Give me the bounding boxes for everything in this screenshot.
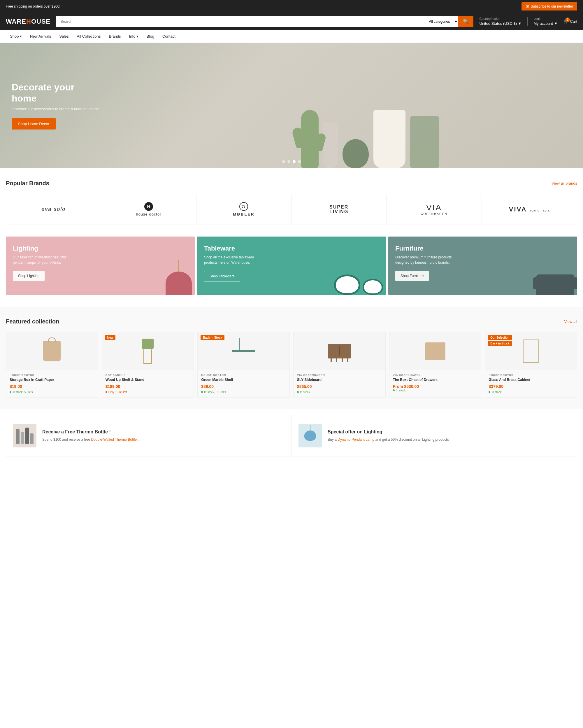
hero-dot-2[interactable]	[287, 160, 290, 163]
lighting-title: Lighting	[13, 245, 188, 252]
search-input[interactable]	[56, 16, 424, 27]
country-select[interactable]: United States (USD $) ▼	[479, 21, 522, 26]
hero-dot-1[interactable]	[282, 160, 285, 163]
product-stock-2: Only 1 unit left	[106, 391, 190, 394]
hero-dot-3[interactable]	[293, 160, 296, 163]
product-card-4[interactable]: VIA COPENHAGEN SLY Sideboard $865.00 In …	[293, 332, 386, 397]
search-category-select[interactable]: All categories	[424, 16, 458, 27]
lighting-cta-button[interactable]: Shop Lighting	[13, 271, 45, 281]
featured-title: Featured collection	[6, 318, 59, 325]
featured-section: Featured collection View all HOUSE DOCTO…	[0, 307, 583, 409]
product-visual-plant	[142, 339, 154, 364]
product-visual-sideboard	[328, 344, 351, 359]
nav-item-contact[interactable]: Contact	[158, 30, 179, 43]
view-all-brands[interactable]: View all brands	[552, 181, 577, 185]
product-card-1[interactable]: HOUSE DOCTOR Storage Box in Craft Paper …	[6, 332, 98, 397]
hero-decorative-visuals	[301, 110, 439, 168]
brand-item-mobler[interactable]: ⬡ MØBLER	[196, 194, 292, 225]
nav-item-blog[interactable]: Blog	[142, 30, 158, 43]
promo-link-1[interactable]: Double-Walled Thermo Bottle	[91, 438, 137, 442]
brand-item-viva-scandinavia[interactable]: VIVA scandinavia	[482, 194, 577, 225]
brand-item-evasolo[interactable]: eva solo	[6, 194, 101, 225]
hero-visuals	[175, 43, 583, 168]
brand-logo-mobler: ⬡ MØBLER	[233, 202, 254, 216]
hero-title: Decorate your home	[12, 82, 99, 104]
promo-visual-2	[299, 424, 322, 447]
product-card-6[interactable]: Our Selection Back in Stock HOUSE DOCTOR…	[485, 332, 577, 397]
nav-item-new-arrivals[interactable]: New Arrivals	[26, 30, 55, 43]
nav-item-shop[interactable]: Shop ▾	[6, 30, 26, 43]
product-badge-2: New	[105, 335, 116, 340]
promo-content-2: Special offer on Lighting Buy a Dynamo P…	[328, 429, 449, 442]
brand-item-via-copenhagen[interactable]: VIA COPENHAGEN	[387, 194, 481, 225]
furniture-visual	[536, 275, 574, 295]
my-account-link[interactable]: My account ▼	[533, 21, 558, 26]
main-nav: Shop ▾ New Arrivals Sales All Collection…	[0, 30, 583, 43]
brands-section: Popular Brands View all brands eva solo …	[0, 168, 583, 237]
nav-item-all-collections[interactable]: All Collections	[73, 30, 105, 43]
view-all-featured[interactable]: View all	[564, 319, 577, 324]
country-region[interactable]: Country/region United States (USD $) ▼	[479, 17, 522, 27]
hero-subtitle: Discover our accessories to create a bea…	[12, 107, 99, 111]
promo-title-2: Special offer on Lighting	[328, 429, 449, 435]
stock-dot-5	[393, 389, 395, 391]
nav-item-sales[interactable]: Sales	[55, 30, 73, 43]
lighting-desc: Our selection of the most beautiful pend…	[13, 255, 71, 265]
divider	[527, 17, 528, 26]
product-brand-2: DOT AARHUS	[106, 374, 190, 376]
nav-item-brands[interactable]: Brands	[105, 30, 125, 43]
product-stock-4: In stock	[297, 391, 382, 394]
promo-visual-1	[13, 424, 36, 447]
stock-dot-6	[489, 391, 490, 393]
product-card-3[interactable]: Back in Stock HOUSE DOCTOR Green Marble …	[197, 332, 290, 397]
promo-content-1: Receive a Free Thermo Bottle ! Spend $10…	[42, 429, 139, 442]
promo-desc-1: Spend $100 and receive a free Double-Wal…	[42, 437, 139, 442]
sofa-decoration	[536, 275, 574, 295]
product-card-5[interactable]: VIA COPENHAGEN The Box: Chest of Drawers…	[389, 332, 481, 397]
brand-item-house-doctor[interactable]: H house doctor	[101, 194, 196, 225]
subscribe-button[interactable]: ✉ Subscribe to our newsletter	[522, 2, 577, 10]
product-stock-1: In stock, 5 units	[10, 391, 94, 394]
hero-content: Decorate your home Discover our accessor…	[0, 70, 111, 141]
cart-button[interactable]: 🛒 1 Cart	[563, 19, 577, 24]
promo-desc-2: Buy a Dynamo Pendant Lamp and get a 50% …	[328, 437, 449, 442]
product-name-3: Green Marble Shelf	[201, 378, 286, 382]
login-label: Login	[533, 17, 558, 21]
product-name-1: Storage Box in Craft Paper	[10, 378, 94, 382]
account-section[interactable]: Login My account ▼	[533, 17, 558, 27]
hero-dot-4[interactable]	[298, 160, 301, 163]
mobler-icon: ⬡	[239, 202, 248, 211]
bowl-decoration	[334, 275, 383, 295]
vase-large-decoration	[373, 110, 406, 168]
hero-cta-button[interactable]: Shop Home Decor	[12, 118, 56, 130]
product-name-2: Wood Up Shelf & Stand	[106, 378, 190, 382]
stock-dot-2	[106, 391, 107, 393]
promo-card-1: Receive a Free Thermo Bottle ! Spend $10…	[6, 415, 292, 456]
brand-item-super-living[interactable]: SUPERLIVING	[292, 194, 387, 225]
product-brand-6: HOUSE DOCTOR	[489, 374, 573, 376]
logo[interactable]: WAREHOUSE	[6, 18, 50, 25]
product-brand-1: HOUSE DOCTOR	[10, 374, 94, 376]
products-grid: HOUSE DOCTOR Storage Box in Craft Paper …	[6, 332, 577, 397]
product-image-2	[102, 332, 194, 370]
product-image-4	[294, 332, 385, 370]
category-card-tableware: Tableware Shop all the exclusive tablewa…	[197, 237, 386, 295]
nav-item-info[interactable]: Info ▾	[125, 30, 142, 43]
cactus-decoration	[301, 110, 318, 168]
tableware-cta-button[interactable]: Shop Tableware	[204, 271, 240, 282]
hero-banner: Decorate your home Discover our accessor…	[0, 43, 583, 168]
brand-logo-super-living: SUPERLIVING	[329, 205, 348, 214]
furniture-cta-button[interactable]: Shop Furniture	[395, 271, 429, 281]
product-visual-cabinet	[523, 339, 539, 363]
product-info-5: VIA COPENHAGEN The Box: Chest of Drawers…	[389, 370, 481, 395]
product-name-5: The Box: Chest of Drawers	[393, 378, 478, 382]
search-button[interactable]: 🔍	[458, 16, 473, 27]
mail-icon: ✉	[526, 4, 529, 9]
vase-glass-decoration	[410, 116, 439, 168]
cart-label: Cart	[570, 19, 577, 24]
product-visual-bag	[43, 341, 61, 361]
featured-header: Featured collection View all	[6, 318, 577, 325]
product-card-2[interactable]: New DOT AARHUS Wood Up Shelf & Stand $18…	[102, 332, 194, 397]
promo-link-2[interactable]: Dynamo Pendant Lamp	[338, 438, 374, 442]
brands-header: Popular Brands View all brands	[6, 180, 577, 187]
